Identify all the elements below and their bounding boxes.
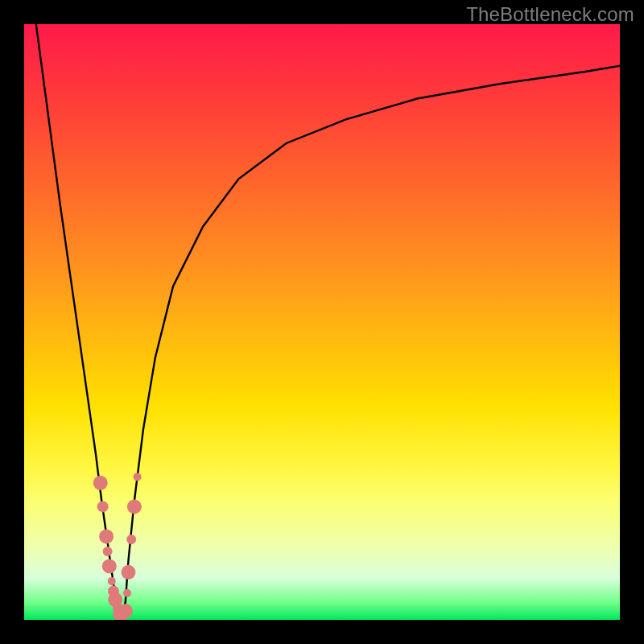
data-marker (118, 604, 133, 618)
data-marker (108, 577, 116, 585)
data-marker (122, 565, 136, 580)
data-marker (126, 535, 136, 544)
plot-area (24, 24, 620, 620)
data-marker (127, 499, 142, 514)
data-marker (97, 501, 109, 512)
curves-svg (24, 24, 620, 620)
data-marker (134, 473, 142, 481)
data-marker (123, 589, 131, 597)
data-marker (102, 559, 117, 573)
data-marker (99, 529, 114, 543)
data-marker (103, 547, 113, 556)
data-marker (93, 476, 108, 490)
watermark-text: TheBottleneck.com (466, 3, 634, 26)
chart-frame: TheBottleneck.com (0, 0, 644, 644)
curve-right (122, 66, 620, 620)
